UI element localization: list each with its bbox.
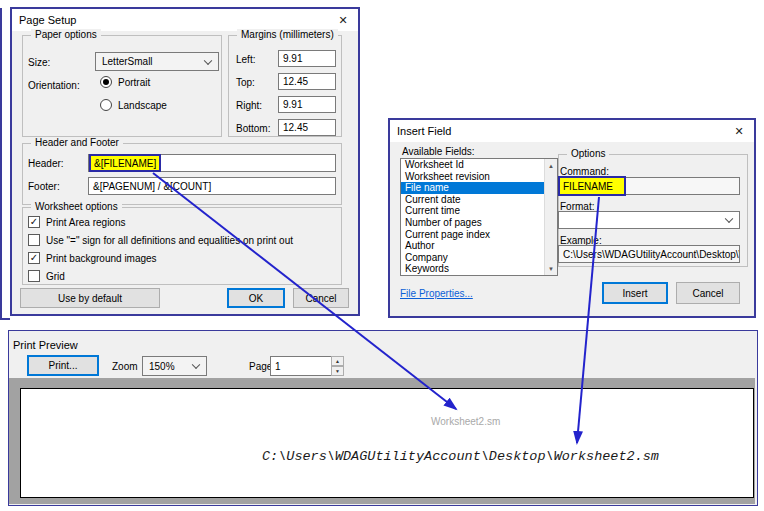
margin-left-input[interactable]: 9.91 <box>278 50 336 67</box>
preview-page: Worksheet2.sm C:\Users\WDAGUtilityAccoun… <box>20 388 754 498</box>
checkbox-checked-icon: ✓ <box>28 252 40 264</box>
print-preview-title: Print Preview <box>13 339 78 351</box>
insert-field-title: Insert Field <box>397 125 451 137</box>
available-fields-list[interactable]: Worksheet Id Worksheet revision File nam… <box>400 158 558 276</box>
file-properties-link[interactable]: File Properties... <box>400 288 473 299</box>
checkbox-unchecked-icon <box>28 270 40 282</box>
cancel-button[interactable]: Cancel <box>676 282 740 304</box>
preview-viewport: Worksheet2.sm C:\Users\WDAGUtilityAccoun… <box>9 378 755 504</box>
margin-right-input[interactable]: 9.91 <box>278 96 336 113</box>
list-item-current-time[interactable]: Current time <box>401 205 557 217</box>
insert-button[interactable]: Insert <box>602 282 668 304</box>
format-select[interactable] <box>558 211 740 229</box>
cancel-button[interactable]: Cancel <box>293 288 349 308</box>
radio-unselected-icon <box>100 99 112 111</box>
checkbox-label: Use "=" sign for all definitions and equ… <box>46 235 293 246</box>
margin-top-label: Top: <box>236 77 255 88</box>
chevron-down-icon <box>725 215 733 223</box>
footer-input[interactable]: &[PAGENUM] / &[COUNT] <box>88 177 336 195</box>
chevron-down-icon <box>192 361 200 369</box>
background-window-edge <box>0 8 10 320</box>
paper-options-legend: Paper options <box>31 29 101 40</box>
margin-left-label: Left: <box>236 54 255 65</box>
use-by-default-button[interactable]: Use by default <box>20 288 160 308</box>
close-icon: ✕ <box>338 14 347 27</box>
options-legend: Options <box>567 148 609 159</box>
available-fields-label: Available Fields: <box>402 146 475 157</box>
orientation-label: Orientation: <box>28 80 80 91</box>
worksheet-options-legend: Worksheet options <box>31 201 122 212</box>
checkbox-print-background-images[interactable]: ✓ Print background images <box>28 252 157 264</box>
insert-field-dialog: Insert Field ✕ Available Fields: Workshe… <box>388 118 756 318</box>
size-select[interactable]: LetterSmall <box>95 52 219 71</box>
list-item-current-date[interactable]: Current date <box>401 194 557 206</box>
print-button[interactable]: Print... <box>27 355 99 376</box>
list-item-keywords[interactable]: Keywords <box>401 263 557 275</box>
page-number-input[interactable]: 1 <box>270 356 332 376</box>
zoom-label: Zoom <box>112 361 138 372</box>
zoom-value: 150% <box>149 361 175 372</box>
header-value-highlight: &[FILENAME] <box>89 154 161 172</box>
radio-selected-icon <box>100 76 112 88</box>
page-setup-title: Page Setup <box>19 14 77 26</box>
header-label: Header: <box>28 158 64 169</box>
page-setup-dialog: Page Setup ✕ Paper options Size: LetterS… <box>10 7 360 316</box>
checkbox-print-area-regions[interactable]: ✓ Print Area regions <box>28 216 126 228</box>
checkbox-label: Grid <box>46 271 65 282</box>
list-item-worksheet-id[interactable]: Worksheet Id <box>401 159 557 171</box>
margin-bottom-input[interactable]: 12.45 <box>278 119 336 136</box>
list-item-company[interactable]: Company <box>401 252 557 264</box>
checkbox-unchecked-icon <box>28 234 40 246</box>
zoom-select[interactable]: 150% <box>142 356 207 376</box>
spinner-up-icon[interactable]: ▲ <box>331 356 344 366</box>
list-item-author[interactable]: Author <box>401 240 557 252</box>
list-item-number-of-pages[interactable]: Number of pages <box>401 217 557 229</box>
page-spinner[interactable]: ▲ ▼ <box>331 356 344 376</box>
insert-field-titlebar: Insert Field ✕ <box>390 120 754 142</box>
margin-bottom-label: Bottom: <box>236 123 270 134</box>
preview-header-text: Worksheet2.sm <box>431 416 500 427</box>
preview-path-text: C:\Users\WDAGUtilityAccount\Desktop\Work… <box>262 449 659 464</box>
close-button[interactable]: ✕ <box>724 120 754 142</box>
list-scrollbar[interactable]: ▲ ▼ <box>544 159 557 275</box>
margin-right-label: Right: <box>236 100 262 111</box>
chevron-down-icon <box>204 56 212 64</box>
checkbox-equals-sign[interactable]: Use "=" sign for all definitions and equ… <box>28 234 293 246</box>
list-item-current-page-index[interactable]: Current page index <box>401 229 557 241</box>
scroll-down-icon[interactable]: ▼ <box>545 262 557 275</box>
margin-top-input[interactable]: 12.45 <box>278 73 336 90</box>
checkbox-checked-icon: ✓ <box>28 216 40 228</box>
footer-label: Footer: <box>28 181 60 192</box>
list-item-worksheet-revision[interactable]: Worksheet revision <box>401 171 557 183</box>
list-item-file-name-selected[interactable]: File name <box>401 182 557 194</box>
checkbox-label: Print Area regions <box>46 217 126 228</box>
size-value: LetterSmall <box>102 56 153 67</box>
close-icon: ✕ <box>734 125 743 138</box>
scroll-up-icon[interactable]: ▲ <box>545 159 557 172</box>
landscape-radio[interactable]: Landscape <box>100 99 167 111</box>
portrait-radio[interactable]: Portrait <box>100 76 150 88</box>
size-label: Size: <box>28 57 50 68</box>
header-footer-legend: Header and Footer <box>31 137 123 148</box>
landscape-radio-label: Landscape <box>118 100 167 111</box>
example-value: C:\Users\WDAGUtilityAccount\Desktop\Wo <box>558 245 740 263</box>
checkbox-grid[interactable]: Grid <box>28 270 65 282</box>
page-setup-titlebar: Page Setup ✕ <box>12 9 358 31</box>
close-button[interactable]: ✕ <box>328 9 358 31</box>
header-footer-group: Header and Footer <box>22 143 342 205</box>
print-preview-window: Print Preview Print... Zoom 150% Page 1 … <box>8 330 758 506</box>
ok-button[interactable]: OK <box>227 288 285 308</box>
checkbox-label: Print background images <box>46 253 157 264</box>
portrait-radio-label: Portrait <box>118 77 150 88</box>
margins-legend: Margins (millimeters) <box>237 29 338 40</box>
command-value-highlight: FILENAME <box>558 176 626 196</box>
page-label: Page <box>249 361 272 372</box>
spinner-down-icon[interactable]: ▼ <box>331 366 344 376</box>
